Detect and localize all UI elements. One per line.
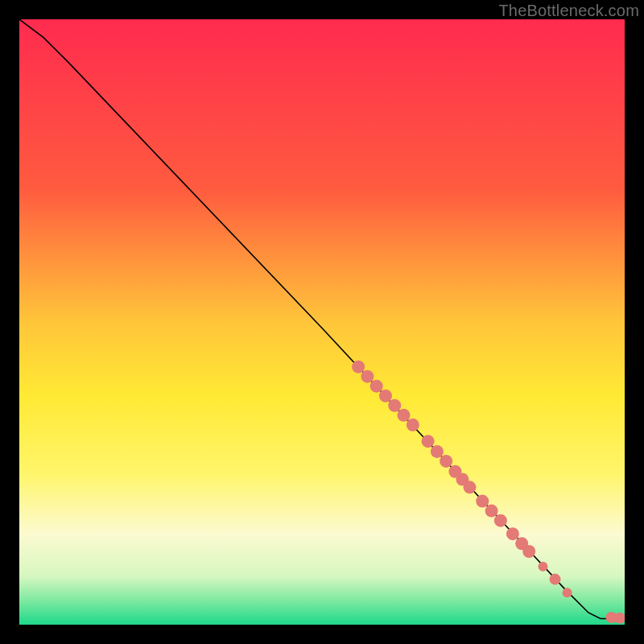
data-point (463, 481, 476, 493)
chart-frame: TheBottleneck.com (0, 0, 644, 644)
data-point (370, 380, 383, 393)
data-point (398, 409, 411, 422)
data-point (431, 445, 444, 458)
data-point (522, 545, 535, 558)
data-point (388, 399, 401, 412)
watermark-text: TheBottleneck.com (498, 2, 639, 20)
chart-svg (19, 19, 625, 625)
data-point (506, 527, 519, 540)
data-point (352, 361, 365, 374)
data-point (550, 574, 561, 585)
data-point (538, 562, 547, 572)
data-point (422, 435, 435, 448)
plot-area (19, 19, 625, 625)
data-point (485, 505, 498, 518)
data-point (440, 455, 452, 468)
data-point (494, 514, 507, 527)
gradient-background (19, 19, 625, 625)
data-point (379, 390, 392, 402)
data-point (407, 419, 419, 431)
data-point (476, 495, 489, 508)
data-point (563, 588, 572, 597)
data-point (361, 370, 374, 383)
